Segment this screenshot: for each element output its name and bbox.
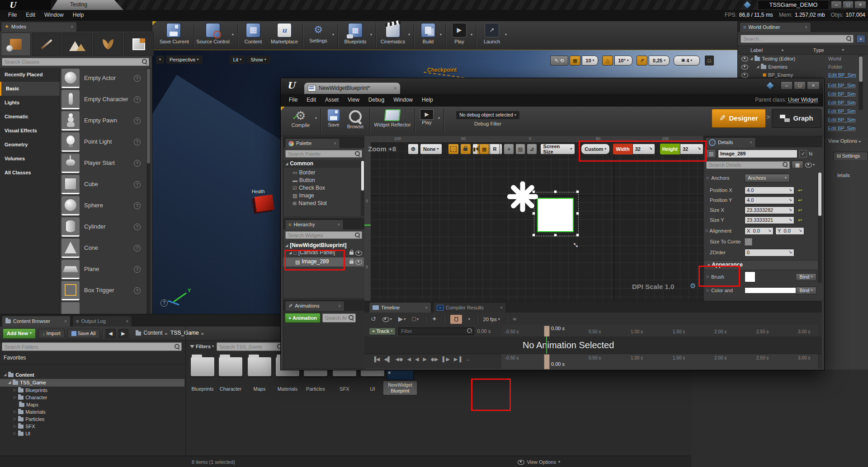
tree-item-character[interactable]: ▷Character (0, 394, 184, 401)
close-icon[interactable]: × (338, 304, 341, 308)
add-animation-button[interactable]: + Animation (285, 313, 321, 323)
view-options-fragment[interactable]: View Options ▾ (828, 138, 861, 144)
palette-item-check-box[interactable]: ☑Check Box (283, 184, 360, 192)
placeable-cone[interactable]: Cone ? (60, 238, 146, 259)
display-filter-icon[interactable]: ▾ (805, 163, 815, 168)
maximize-button[interactable]: □ (843, 1, 854, 9)
position-x-field[interactable]: 4.0↘ (745, 187, 794, 194)
content-browser-tab[interactable]: Content Browser × (2, 316, 71, 327)
compile-dropdown-icon[interactable]: ▾ (315, 117, 317, 121)
grid-snap-icon[interactable]: ▦ (570, 56, 580, 65)
curve-editor-icon[interactable]: ≈ (513, 316, 517, 322)
appearance-section[interactable]: ◢ Appearance (704, 260, 821, 270)
blueprints-button[interactable]: ▦ Blueprints (341, 23, 369, 44)
category-lights[interactable]: Lights (0, 96, 60, 110)
play-dropdown-icon[interactable]: ▾ (471, 33, 472, 37)
resize-handle[interactable] (576, 212, 579, 215)
modes-tab[interactable]: ✦ Modes × (1, 22, 77, 32)
outliner-row-enemies[interactable]: ◢ Enemies Folder (738, 63, 855, 71)
scale-snap-value[interactable]: 0,25▾ (649, 56, 670, 65)
resize-handle[interactable] (576, 190, 579, 193)
close-icon[interactable]: × (126, 319, 128, 324)
flip-preview-icon[interactable]: ⊿ (527, 144, 537, 154)
rotation-snap-value[interactable]: 10°▾ (614, 56, 632, 65)
menu-file[interactable]: File (4, 10, 21, 20)
track-filter[interactable]: .srch input::placeholder{color:#777} (398, 327, 474, 335)
play-forward-icon[interactable]: ▶ (423, 356, 426, 362)
edit-bp-link[interactable]: Edit BP_Sim (828, 83, 856, 88)
to-front-icon[interactable]: ▐◀ (373, 356, 380, 362)
debug-object-dropdown[interactable]: No debug object selected▾ (456, 111, 519, 119)
widget-name-field[interactable]: Image_289 (718, 149, 797, 158)
widget-reflector-button[interactable]: Widget Reflector (373, 109, 412, 127)
r-toggle[interactable]: R (490, 144, 500, 154)
tree-item-materials[interactable]: ▷Materials (0, 408, 184, 416)
resize-handle[interactable] (576, 234, 579, 237)
outliner-header[interactable]: Label ▲ Type ▾ (738, 46, 868, 55)
dashed-outline-toggle[interactable] (448, 144, 459, 154)
wbp-menu-view[interactable]: View (343, 95, 364, 105)
brush-bind-button[interactable]: Bind▾ (796, 273, 816, 281)
animations-search[interactable] (322, 313, 356, 322)
zorder-field[interactable]: 0↘ (745, 249, 794, 257)
view-options-icon[interactable]: ▾ (382, 317, 392, 322)
close-icon[interactable]: × (337, 222, 340, 227)
close-icon[interactable]: × (425, 305, 428, 310)
reset-icon[interactable]: ↩ (798, 217, 802, 223)
wbp-play-button[interactable]: ▶ Play (417, 109, 436, 125)
close-icon[interactable]: × (805, 25, 807, 30)
mode-place[interactable] (1, 33, 31, 56)
forward-icon[interactable]: ▶ (118, 329, 128, 338)
details-search[interactable] (706, 161, 790, 169)
timeline-tab[interactable]: Timeline × (369, 302, 431, 313)
close-icon[interactable]: × (500, 305, 503, 310)
placeable-plane[interactable]: Plane ? (60, 259, 146, 280)
size-x-field[interactable]: 23.3333282↘ (745, 206, 794, 214)
back-icon[interactable]: ◀ (106, 329, 116, 338)
search-assets[interactable] (217, 342, 284, 351)
filters-button[interactable]: Filters▾ (190, 344, 214, 349)
tutorial-icon[interactable] (744, 1, 751, 9)
menu-help[interactable]: Help (68, 10, 89, 20)
category-all-classes[interactable]: All Classes (0, 166, 60, 180)
widget-blueprint-tab[interactable]: NewWidgetBlueprint* × (304, 83, 400, 94)
asset-folder-blueprints[interactable]: Blueprints (190, 357, 215, 392)
save-current-button[interactable]: Save Current (160, 23, 188, 44)
build-button[interactable]: Build (417, 23, 439, 44)
is-variable-checkbox[interactable]: ✓ (799, 150, 807, 158)
color-bind-button[interactable]: Bind▾ (796, 287, 816, 294)
help-icon[interactable]: ? (134, 266, 141, 273)
help-icon[interactable]: ? (134, 75, 141, 82)
import-button[interactable]: ↓Import (38, 329, 65, 338)
lit-button[interactable]: Lit▾ (230, 56, 245, 64)
lock-icon[interactable] (349, 261, 354, 264)
select-edit-options-icon[interactable]: □▾ (412, 316, 419, 322)
palette-item-named-slot[interactable]: ⊞Named Slot (283, 200, 360, 207)
palette-item-button[interactable]: ▬Button (283, 177, 360, 184)
hierarchy-tab[interactable]: ≡ Hierarchy × (285, 219, 344, 229)
sequencer-settings-icon[interactable]: ↺ (371, 316, 376, 322)
placeable-player-start[interactable]: Player Start ? (60, 153, 146, 174)
build-dropdown-icon[interactable]: ▾ (440, 33, 442, 37)
camera-speed-icon[interactable]: ▣4▾ (674, 56, 700, 65)
playhead-marker[interactable] (544, 326, 550, 337)
viewport-help-icon[interactable]: ? (160, 299, 168, 307)
width-value[interactable]: 32↘ (632, 144, 655, 154)
tree-item-ui[interactable]: ▷UI (0, 430, 184, 437)
view-options-button[interactable]: View Options ▾ (518, 459, 560, 465)
anchors-dropdown[interactable]: Anchors▾ (745, 174, 790, 182)
play-reverse-icon[interactable]: ◀ (415, 356, 419, 362)
edit-bp-link[interactable]: Edit BP_Sim (828, 126, 856, 131)
range-playhead-marker[interactable] (544, 354, 550, 369)
palette-scrollbar[interactable] (361, 160, 364, 216)
tree-content-root[interactable]: ◢ Content (0, 371, 184, 379)
close-icon[interactable]: × (334, 141, 336, 146)
output-log-tab[interactable]: ≡ Output Log × (72, 316, 132, 327)
details-tab[interactable]: i Details × (705, 137, 756, 147)
brush-swatch[interactable] (745, 271, 755, 282)
app-tab-testing[interactable]: Testing (51, 0, 123, 10)
graph-tab[interactable]: Graph (772, 109, 821, 128)
palette-item-image[interactable]: ▨Image (283, 192, 360, 200)
modes-scrollbar[interactable] (146, 68, 151, 314)
timeline-ruler-top[interactable]: -0.50 s 0.50 s 1.00 s 1.50 s 2.00 s 2.50… (501, 325, 818, 337)
